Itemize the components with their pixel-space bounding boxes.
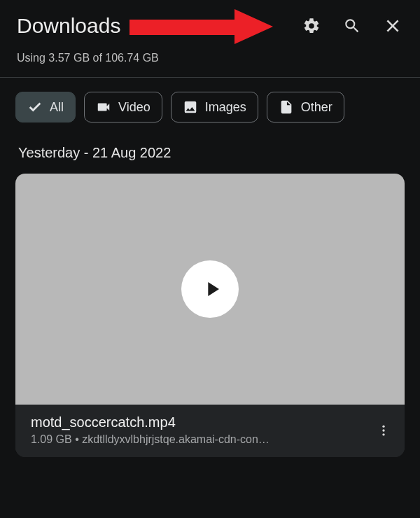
date-section-heading: Yesterday - 21 Aug 2022 [0, 130, 420, 174]
more-options-icon[interactable] [370, 416, 398, 444]
check-icon [27, 99, 43, 115]
file-meta: 1.09 GB • zkdtlldyxvlbhjrjstqe.akamai-cd… [31, 433, 370, 446]
file-icon [279, 99, 294, 115]
page-title: Downloads [17, 14, 120, 38]
video-icon [96, 99, 111, 115]
filter-other[interactable]: Other [267, 92, 344, 122]
close-icon[interactable] [379, 13, 406, 39]
storage-usage: Using 3.57 GB of 106.74 GB [0, 43, 420, 77]
play-button[interactable] [181, 260, 239, 318]
svg-point-2 [382, 425, 384, 427]
filter-images[interactable]: Images [171, 92, 258, 122]
svg-point-4 [382, 433, 384, 435]
file-name: motd_soccercatch.mp4 [31, 414, 370, 430]
card-info-bar: motd_soccercatch.mp4 1.09 GB • zkdtlldyx… [15, 405, 405, 457]
filter-label: Video [118, 100, 150, 115]
filter-label: All [50, 100, 64, 115]
video-thumbnail[interactable] [15, 174, 405, 405]
filter-label: Other [301, 100, 332, 115]
settings-icon[interactable] [298, 13, 325, 39]
filter-row: All Video Images Other [0, 78, 420, 130]
filter-video[interactable]: Video [84, 92, 162, 122]
svg-point-3 [382, 429, 384, 431]
filter-all[interactable]: All [15, 92, 76, 122]
filter-label: Images [205, 100, 246, 115]
download-card[interactable]: motd_soccercatch.mp4 1.09 GB • zkdtlldyx… [15, 174, 405, 457]
search-icon[interactable] [339, 13, 365, 39]
header-bar: Downloads [0, 0, 420, 43]
image-icon [183, 99, 198, 115]
